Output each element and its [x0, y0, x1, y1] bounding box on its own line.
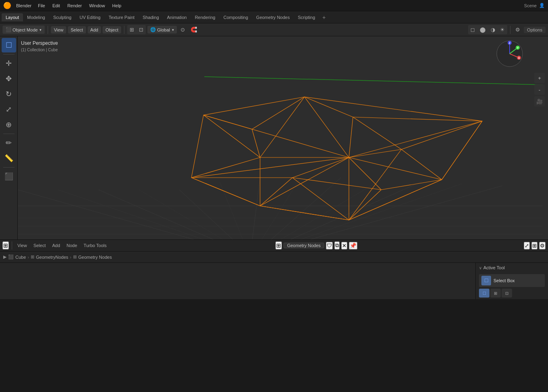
tool-item-select-box[interactable]: ☐ Select Box	[479, 274, 545, 287]
svg-text:X: X	[518, 57, 520, 59]
perspective-label: User Perspective	[21, 40, 58, 47]
menu-window[interactable]: Window	[86, 2, 108, 9]
active-tool-content: ☐ Select Box ☐ ⊞ ⊡	[476, 273, 548, 299]
title-right: Scene 👤	[524, 3, 545, 8]
tab-shading[interactable]: Shading	[139, 13, 163, 21]
node-pin-btn[interactable]: 📌	[349, 242, 357, 249]
snap-type-btn[interactable]: ⊡	[137, 25, 145, 34]
node-shield-btn[interactable]: 🛡	[326, 242, 333, 249]
node-view-menu[interactable]: View	[15, 242, 29, 249]
breadcrumb-cube[interactable]: Cube	[15, 255, 26, 260]
add-cube-tool[interactable]: ⬛	[2, 169, 16, 184]
transform-tool[interactable]: ⊕	[2, 117, 16, 132]
select-tool[interactable]: ☐	[2, 38, 16, 52]
options-btn-label[interactable]: Options	[524, 27, 546, 33]
view-menu[interactable]: View	[51, 26, 66, 34]
active-tool-label: Active Tool	[483, 265, 505, 270]
node-copy-btn[interactable]: ⧉	[334, 241, 340, 249]
node-type-label: Geometry Nodes	[283, 243, 324, 248]
select-lasso-mode-btn[interactable]: ⊡	[502, 289, 512, 298]
tab-compositing[interactable]: Compositing	[219, 13, 252, 21]
svg-text:Z: Z	[509, 42, 511, 44]
collection-label: (1) Collection | Cube	[21, 47, 58, 53]
viewport-controls: + - 🎥	[534, 73, 545, 107]
snap-btn[interactable]: ⊞	[128, 25, 136, 34]
transform-selector[interactable]: 🌐 Global	[147, 26, 177, 34]
node-header-right1[interactable]: ⤢	[524, 242, 530, 249]
node-close-btn[interactable]: ✕	[341, 242, 347, 249]
right-panel: Active Tool ☐ Select Box ☐ ⊞ ⊡	[475, 263, 548, 299]
solid-shading[interactable]: ⬤	[478, 25, 488, 34]
tab-texture-paint[interactable]: Texture Paint	[105, 13, 139, 21]
move-tool[interactable]: ✥	[2, 71, 16, 86]
mode-selector-group: ⬛ Object Mode	[2, 25, 45, 34]
menu-help[interactable]: Help	[109, 2, 125, 9]
tab-geometry-nodes[interactable]: Geometry Nodes	[252, 13, 294, 21]
tool-name-label: Select Box	[493, 278, 515, 283]
node-node-menu[interactable]: Node	[64, 242, 80, 249]
zoom-in-btn[interactable]: +	[534, 73, 545, 83]
mode-label: Object Mode	[13, 27, 38, 32]
node-header-right3[interactable]: ⚙	[539, 242, 546, 249]
tab-layout[interactable]: Layout	[2, 13, 23, 21]
scale-tool[interactable]: ⤢	[2, 102, 16, 117]
tab-sculpting[interactable]: Sculpting	[49, 13, 76, 21]
app-name: Blender	[16, 3, 31, 8]
menu-render[interactable]: Render	[64, 2, 85, 9]
tab-modeling[interactable]: Modeling	[23, 13, 49, 21]
cursor-tool[interactable]: ✛	[2, 56, 16, 71]
node-editor-type[interactable]: ⊞	[275, 241, 282, 249]
menu-edit[interactable]: Edit	[49, 2, 63, 9]
object-menu[interactable]: Object	[103, 26, 121, 34]
tab-rendering[interactable]: Rendering	[191, 13, 219, 21]
global-icon: 🌐	[150, 27, 156, 32]
tab-animation[interactable]: Animation	[163, 13, 191, 21]
svg-rect-1	[18, 36, 548, 239]
add-menu[interactable]: Add	[88, 26, 101, 34]
node-turbo-tools[interactable]: Turbo Tools	[81, 242, 109, 249]
rendered-shading[interactable]: ☀	[498, 25, 507, 34]
node-select-menu[interactable]: Select	[31, 242, 48, 249]
node-header-right2[interactable]: ⊞	[531, 242, 538, 249]
proportional-edit-btn[interactable]: ⊙	[178, 25, 187, 34]
3d-viewport[interactable]: User Perspective (1) Collection | Cube Z…	[18, 36, 548, 239]
toolbar-separator-1	[3, 54, 15, 55]
breadcrumb-icon: ⬛	[8, 254, 14, 260]
breadcrumb-current[interactable]: Geometry Nodes	[78, 255, 112, 260]
blender-logo: 🟠	[3, 2, 11, 9]
select-box-icon: ☐	[481, 276, 491, 285]
add-tab-button[interactable]: +	[319, 13, 329, 22]
node-connections	[0, 263, 475, 299]
measure-tool[interactable]: 📏	[2, 151, 16, 166]
select-circle-mode-btn[interactable]: ⊞	[490, 289, 501, 298]
tab-uv-editing[interactable]: UV Editing	[76, 13, 105, 21]
mode-selector[interactable]: ⬛ Object Mode	[3, 26, 44, 34]
wireframe-shading[interactable]: ◻	[468, 25, 477, 34]
breadcrumb-icon3: ⊞	[73, 254, 77, 260]
viewport-settings[interactable]: ⚙	[513, 25, 522, 34]
rotate-tool[interactable]: ↻	[2, 87, 16, 101]
material-shading[interactable]: ◑	[489, 25, 497, 34]
separator	[12, 241, 12, 249]
node-editor-header: ⊞ View Select Add Node Turbo Tools ⊞ Geo…	[0, 239, 548, 252]
breadcrumb: ▶ ⬛ Cube › ⊞ GeometryNodes › ⊞ Geometry …	[0, 252, 548, 263]
node-add-menu[interactable]: Add	[50, 242, 63, 249]
node-editor-mode-btn[interactable]: ⊞	[2, 241, 9, 249]
menu-file[interactable]: File	[35, 2, 48, 9]
snap-toggle[interactable]: 🧲	[189, 25, 199, 34]
node-canvas[interactable]: ▾ Group Input Geometry ▾ Grid Mesh	[0, 263, 475, 299]
workspace-tabs: Layout Modeling Sculpting UV Editing Tex…	[0, 11, 548, 23]
navigation-gizmo[interactable]: Z X Y	[496, 40, 524, 68]
breadcrumb-sep2: ›	[70, 255, 71, 260]
tab-scripting[interactable]: Scripting	[294, 13, 319, 21]
scene-label: Scene	[524, 3, 537, 8]
breadcrumb-home-icon: ▶	[3, 254, 6, 260]
active-tool-header: Active Tool	[476, 263, 548, 273]
zoom-out-btn[interactable]: -	[534, 84, 545, 95]
select-box-mode-btn[interactable]: ☐	[479, 289, 489, 298]
annotate-tool[interactable]: ✏	[2, 136, 16, 150]
left-toolbar: ☐ ✛ ✥ ↻ ⤢ ⊕ ✏ 📏 ⬛	[0, 36, 18, 239]
select-menu[interactable]: Select	[68, 26, 86, 34]
camera-btn[interactable]: 🎥	[534, 96, 545, 107]
breadcrumb-geo-nodes[interactable]: GeometryNodes	[36, 255, 68, 260]
